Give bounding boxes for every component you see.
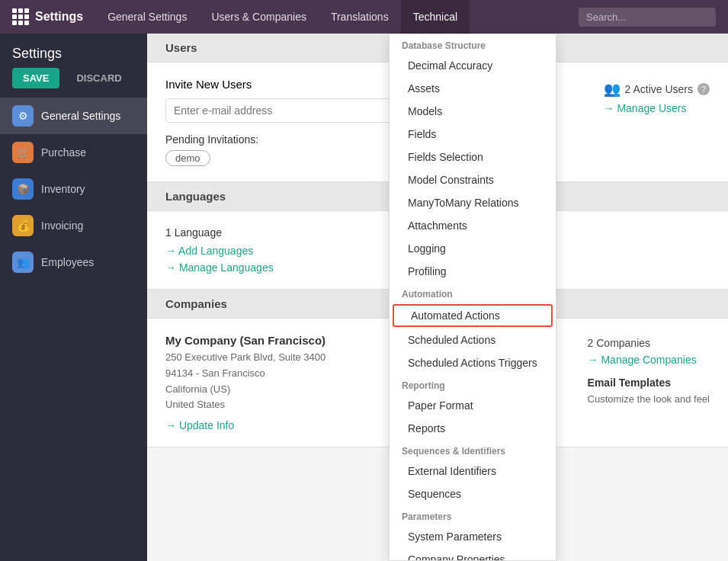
dropdown-item[interactable]: External Identifiers bbox=[390, 460, 556, 482]
dropdown-item[interactable]: Models bbox=[390, 100, 556, 123]
inventory-icon: 📦 bbox=[12, 178, 34, 200]
dropdown-item[interactable]: Sequences bbox=[390, 482, 556, 505]
nav-translations[interactable]: Translations bbox=[319, 0, 401, 34]
dropdown-section-label: Parameters bbox=[390, 505, 556, 525]
dropdown-item[interactable]: Model Constraints bbox=[390, 168, 556, 191]
dropdown-item[interactable]: ManyToMany Relations bbox=[390, 191, 556, 214]
sidebar: Settings SAVE DISCARD ⚙ General Settings… bbox=[0, 34, 147, 561]
manage-companies-link[interactable]: → Manage Companies bbox=[588, 354, 710, 366]
sidebar-item-purchase[interactable]: 🛒 Purchase bbox=[0, 134, 147, 171]
dropdown-item[interactable]: Profiling bbox=[390, 260, 556, 283]
companies-count: 2 Companies bbox=[588, 337, 710, 349]
help-icon: ? bbox=[698, 83, 710, 95]
navbar-brand[interactable]: Settings bbox=[0, 8, 95, 25]
navbar: Settings General Settings Users & Compan… bbox=[0, 0, 728, 34]
users-right: 👥 2 Active Users ? Manage Users bbox=[604, 78, 710, 114]
dropdown-item[interactable]: Paper Format bbox=[390, 394, 556, 417]
demo-badge: demo bbox=[165, 150, 210, 166]
navbar-title: Settings bbox=[35, 10, 83, 24]
dropdown-item[interactable]: Scheduled Actions Triggers bbox=[390, 351, 556, 374]
sidebar-title: Settings bbox=[0, 34, 147, 68]
sidebar-item-general-settings[interactable]: ⚙ General Settings bbox=[0, 98, 147, 134]
nav-general-settings[interactable]: General Settings bbox=[95, 0, 199, 34]
layout: Settings SAVE DISCARD ⚙ General Settings… bbox=[0, 34, 728, 561]
users-count: 👥 2 Active Users ? bbox=[604, 81, 710, 98]
dropdown-item[interactable]: Reports bbox=[390, 417, 556, 440]
invoicing-icon: 💰 bbox=[12, 215, 34, 236]
email-templates-title: Email Templates bbox=[588, 377, 710, 389]
dropdown-section-label: Sequences & Identifiers bbox=[390, 440, 556, 460]
grid-icon bbox=[12, 8, 29, 25]
companies-right: 2 Companies → Manage Companies Email Tem… bbox=[588, 334, 710, 405]
sidebar-item-invoicing[interactable]: 💰 Invoicing bbox=[0, 207, 147, 244]
dropdown-item[interactable]: System Parameters bbox=[390, 525, 556, 548]
employees-icon: 👥 bbox=[12, 252, 34, 273]
nav-users-companies[interactable]: Users & Companies bbox=[199, 0, 319, 34]
sidebar-buttons: SAVE DISCARD bbox=[0, 68, 147, 98]
dropdown-item[interactable]: Scheduled Actions bbox=[390, 329, 556, 351]
dropdown-item[interactable]: Assets bbox=[390, 77, 556, 100]
dropdown-item[interactable]: Decimal Accuracy bbox=[390, 54, 556, 77]
sidebar-item-employees[interactable]: 👥 Employees bbox=[0, 244, 147, 280]
discard-button[interactable]: DISCARD bbox=[66, 68, 132, 88]
email-input[interactable] bbox=[165, 98, 394, 123]
nav-technical[interactable]: Technical bbox=[401, 0, 470, 34]
sidebar-item-inventory[interactable]: 📦 Inventory bbox=[0, 171, 147, 207]
dropdown-section-label: Automation bbox=[390, 283, 556, 303]
gear-icon: ⚙ bbox=[12, 105, 34, 127]
active-users: 👥 2 Active Users ? Manage Users bbox=[604, 81, 710, 114]
dropdown-section-label: Reporting bbox=[390, 374, 556, 394]
manage-users-link[interactable]: Manage Users bbox=[604, 102, 687, 114]
users-group-icon: 👥 bbox=[604, 81, 621, 98]
email-templates-desc: Customize the look and feel bbox=[588, 393, 710, 405]
dropdown-section-label: Database Structure bbox=[390, 34, 556, 54]
search-input[interactable] bbox=[579, 8, 716, 27]
dropdown-item[interactable]: Attachments bbox=[390, 214, 556, 237]
dropdown-item[interactable]: Company Properties bbox=[390, 548, 556, 561]
dropdown-item[interactable]: Fields Selection bbox=[390, 146, 556, 168]
dropdown-item[interactable]: Logging bbox=[390, 237, 556, 260]
navbar-search bbox=[579, 8, 728, 27]
dropdown-item[interactable]: Fields bbox=[390, 123, 556, 146]
save-button[interactable]: SAVE bbox=[12, 68, 59, 88]
purchase-icon: 🛒 bbox=[12, 142, 34, 163]
navbar-nav: General Settings Users & Companies Trans… bbox=[95, 0, 470, 34]
dropdown-item[interactable]: Automated Actions bbox=[393, 304, 553, 327]
technical-dropdown: Database StructureDecimal AccuracyAssets… bbox=[389, 34, 556, 561]
